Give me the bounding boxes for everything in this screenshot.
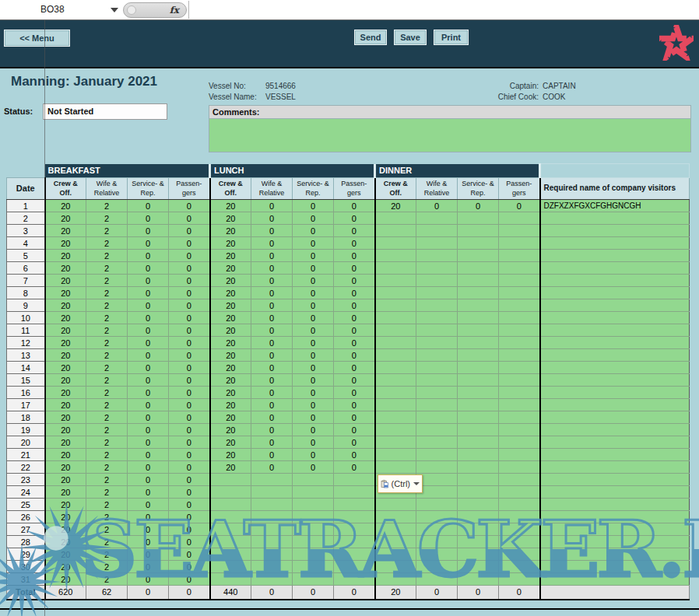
value-cell[interactable]: 2 bbox=[86, 275, 128, 287]
value-cell[interactable] bbox=[499, 275, 540, 287]
visitors-cell[interactable] bbox=[540, 299, 690, 312]
value-cell[interactable] bbox=[375, 299, 416, 312]
value-cell[interactable]: 0 bbox=[169, 225, 210, 237]
value-cell[interactable]: 0 bbox=[169, 324, 210, 337]
value-cell[interactable] bbox=[416, 237, 458, 250]
value-cell[interactable]: 0 bbox=[334, 324, 375, 337]
value-cell[interactable] bbox=[251, 548, 293, 561]
value-cell[interactable]: 0 bbox=[293, 399, 334, 411]
value-cell[interactable] bbox=[375, 387, 416, 399]
value-cell[interactable] bbox=[458, 275, 499, 287]
value-cell[interactable] bbox=[458, 387, 499, 399]
value-cell[interactable] bbox=[458, 536, 499, 548]
value-cell[interactable] bbox=[251, 561, 293, 573]
visitors-cell[interactable] bbox=[540, 324, 690, 337]
value-cell[interactable]: 0 bbox=[251, 250, 293, 262]
value-cell[interactable] bbox=[458, 411, 499, 424]
value-cell[interactable]: 0 bbox=[169, 548, 210, 561]
value-cell[interactable] bbox=[375, 436, 416, 449]
value-cell[interactable] bbox=[416, 523, 458, 536]
value-cell[interactable]: 2 bbox=[86, 237, 128, 250]
value-cell[interactable]: 2 bbox=[86, 523, 128, 536]
value-cell[interactable]: 2 bbox=[86, 449, 128, 461]
visitors-cell[interactable] bbox=[540, 474, 690, 486]
value-cell[interactable] bbox=[416, 449, 458, 461]
value-cell[interactable]: 0 bbox=[334, 449, 375, 461]
visitors-cell[interactable] bbox=[540, 212, 690, 225]
value-cell[interactable]: 20 bbox=[45, 474, 86, 486]
value-cell[interactable]: 0 bbox=[128, 561, 169, 573]
value-cell[interactable] bbox=[210, 548, 251, 561]
value-cell[interactable]: 20 bbox=[45, 561, 86, 573]
value-cell[interactable]: 20 bbox=[210, 387, 251, 399]
value-cell[interactable]: 0 bbox=[334, 337, 375, 349]
value-cell[interactable]: 20 bbox=[45, 523, 86, 536]
value-cell[interactable]: 0 bbox=[334, 287, 375, 299]
value-cell[interactable] bbox=[416, 275, 458, 287]
value-cell[interactable]: 20 bbox=[210, 399, 251, 411]
value-cell[interactable] bbox=[251, 536, 293, 548]
value-cell[interactable]: 2 bbox=[86, 499, 128, 511]
value-cell[interactable]: 20 bbox=[210, 312, 251, 324]
value-cell[interactable]: 0 bbox=[293, 237, 334, 250]
value-cell[interactable]: 20 bbox=[210, 275, 251, 287]
value-cell[interactable] bbox=[499, 362, 540, 374]
visitors-cell[interactable] bbox=[540, 349, 690, 362]
value-cell[interactable]: 0 bbox=[293, 324, 334, 337]
value-cell[interactable]: 0 bbox=[169, 262, 210, 275]
value-cell[interactable]: 2 bbox=[86, 362, 128, 374]
value-cell[interactable]: 20 bbox=[210, 337, 251, 349]
value-cell[interactable]: 20 bbox=[45, 200, 86, 212]
value-cell[interactable]: 0 bbox=[169, 449, 210, 461]
value-cell[interactable]: 0 bbox=[334, 200, 375, 212]
value-cell[interactable] bbox=[499, 337, 540, 349]
value-cell[interactable]: 0 bbox=[293, 250, 334, 262]
value-cell[interactable]: 20 bbox=[45, 275, 86, 287]
value-cell[interactable]: 20 bbox=[45, 250, 86, 262]
value-cell[interactable]: 0 bbox=[128, 312, 169, 324]
value-cell[interactable] bbox=[210, 511, 251, 523]
visitors-cell[interactable] bbox=[540, 262, 690, 275]
value-cell[interactable] bbox=[416, 399, 458, 411]
value-cell[interactable] bbox=[375, 349, 416, 362]
value-cell[interactable]: 2 bbox=[86, 399, 128, 411]
value-cell[interactable]: 0 bbox=[334, 411, 375, 424]
print-button[interactable]: Print bbox=[434, 30, 469, 45]
value-cell[interactable]: 0 bbox=[293, 287, 334, 299]
value-cell[interactable]: 0 bbox=[416, 200, 458, 212]
value-cell[interactable]: 0 bbox=[128, 461, 169, 474]
value-cell[interactable]: 0 bbox=[334, 349, 375, 362]
value-cell[interactable] bbox=[334, 561, 375, 573]
value-cell[interactable]: 20 bbox=[45, 424, 86, 436]
value-cell[interactable] bbox=[334, 499, 375, 511]
value-cell[interactable] bbox=[375, 536, 416, 548]
value-cell[interactable] bbox=[293, 536, 334, 548]
visitors-cell[interactable] bbox=[540, 399, 690, 411]
value-cell[interactable] bbox=[499, 387, 540, 399]
value-cell[interactable]: 0 bbox=[251, 299, 293, 312]
value-cell[interactable] bbox=[375, 511, 416, 523]
value-cell[interactable]: 2 bbox=[86, 573, 128, 586]
value-cell[interactable]: 0 bbox=[169, 486, 210, 499]
value-cell[interactable]: 0 bbox=[251, 287, 293, 299]
value-cell[interactable]: 0 bbox=[334, 424, 375, 436]
value-cell[interactable]: 0 bbox=[128, 449, 169, 461]
value-cell[interactable]: 20 bbox=[210, 212, 251, 225]
visitors-cell[interactable] bbox=[540, 424, 690, 436]
value-cell[interactable]: 0 bbox=[334, 299, 375, 312]
value-cell[interactable] bbox=[458, 474, 499, 486]
value-cell[interactable]: 2 bbox=[86, 436, 128, 449]
value-cell[interactable]: 2 bbox=[86, 561, 128, 573]
visitors-cell[interactable] bbox=[540, 548, 690, 561]
value-cell[interactable]: 0 bbox=[169, 424, 210, 436]
value-cell[interactable]: 2 bbox=[86, 536, 128, 548]
value-cell[interactable] bbox=[499, 548, 540, 561]
value-cell[interactable]: 20 bbox=[45, 299, 86, 312]
value-cell[interactable] bbox=[499, 461, 540, 474]
value-cell[interactable] bbox=[458, 548, 499, 561]
value-cell[interactable] bbox=[375, 237, 416, 250]
value-cell[interactable]: 0 bbox=[128, 237, 169, 250]
value-cell[interactable] bbox=[375, 573, 416, 586]
value-cell[interactable]: 0 bbox=[293, 337, 334, 349]
value-cell[interactable]: 20 bbox=[210, 299, 251, 312]
